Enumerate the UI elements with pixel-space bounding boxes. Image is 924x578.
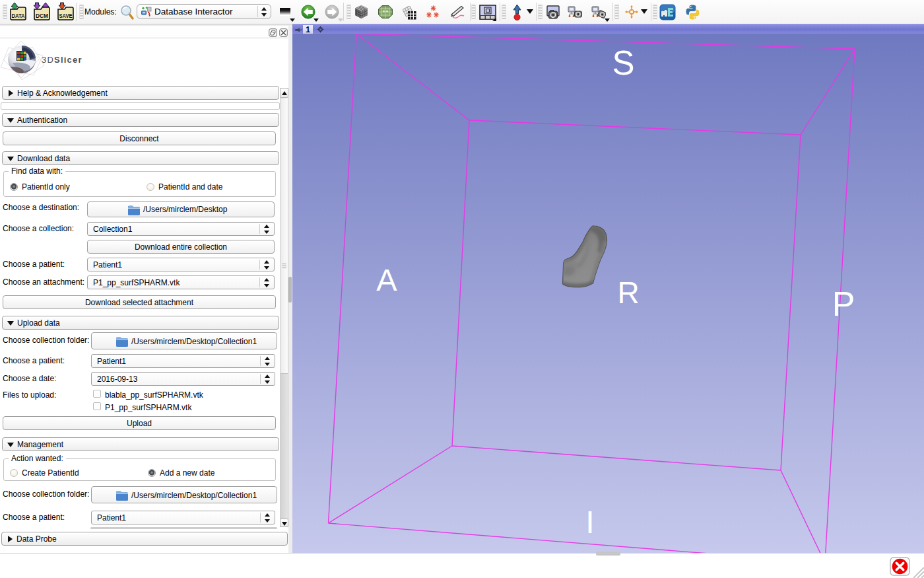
svg-text:SAVE: SAVE xyxy=(59,12,73,19)
svg-text:DATA: DATA xyxy=(12,12,25,19)
svg-text:I: I xyxy=(585,505,594,540)
svg-text:A: A xyxy=(376,262,397,297)
svg-text:S: S xyxy=(612,44,634,82)
svg-text:R: R xyxy=(617,275,639,310)
svg-text:P: P xyxy=(832,285,855,323)
svg-text:DCM: DCM xyxy=(36,12,48,19)
